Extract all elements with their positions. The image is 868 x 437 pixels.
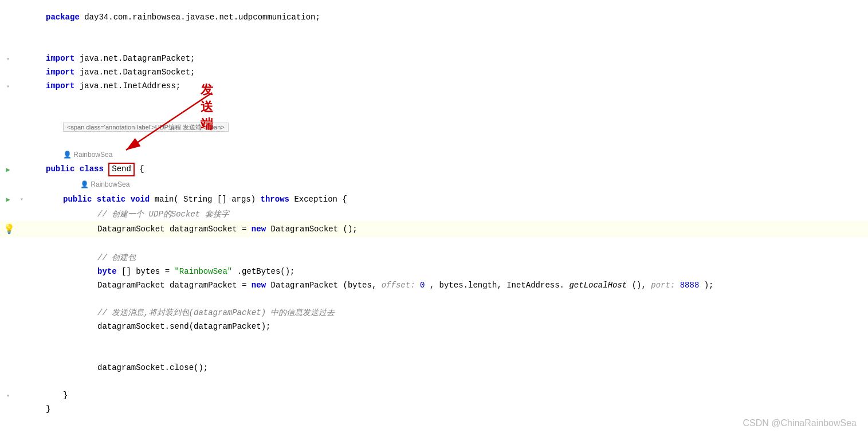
author-label1: RainbowSea [73,151,112,159]
line-empty [0,333,868,347]
line-annotation-label: <span class='annotation-label'>UDP编程 发送端… [0,120,868,134]
fold-icon-close: ▾ [6,393,10,399]
fold-icon: ▾ [6,56,10,62]
line-author1: 👤 RainbowSea [0,148,868,162]
bulb-icon[interactable]: 💡 [3,225,15,235]
line-empty [0,375,868,388]
line-main-method: ▶ ▾ public static void main( String [] a… [0,191,868,207]
line-empty [0,347,868,361]
watermark: CSDN @ChinaRainbowSea [743,418,857,428]
line-close-call: datagramSocket.close(); [0,361,868,375]
line-datagramsocket: 💡 DatagramSocket datagramSocket = new Da… [0,221,868,237]
author-icon1: 👤 [63,151,72,159]
line-empty [0,93,868,107]
line-package: package day34.com.rainbowsea.javase.net.… [0,10,868,24]
line-send-call: datagramSocket.send(datagramPacket); [0,320,868,333]
udp-annotation-label: <span class='annotation-label'>UDP编程 发送端… [63,123,229,132]
line-class-decl: ▶ public class Send { [0,162,868,178]
fold-icon: ▾ [6,84,10,90]
line-import3: ▾ import java.net.InetAddress; [0,79,868,93]
author-icon2: 👤 [80,180,89,188]
line-close-method: ▾ } [0,388,868,402]
line-author2: 👤 RainbowSea [0,178,868,191]
line-empty [0,38,868,52]
code-editor: package day34.com.rainbowsea.javase.net.… [0,0,868,437]
line-import2: import java.net.DatagramSocket; [0,65,868,79]
run-icon-main[interactable]: ▶ [6,196,10,204]
line-empty [0,237,868,251]
fold-icon-main: ▾ [20,196,23,203]
line-datagrampacket: DatagramPacket datagramPacket = new Data… [0,278,868,292]
line-empty [0,107,868,120]
line-comment-create-socket: // 创建一个 UDP的Socket 套接字 [0,207,868,221]
line-empty [0,134,868,148]
author-label2: RainbowSea [91,180,129,188]
run-icon-class[interactable]: ▶ [6,166,10,174]
send-class-box: Send [108,163,135,176]
line-empty [0,292,868,306]
line-comment-create-packet: // 创建包 [0,251,868,265]
line-close-class: } [0,402,868,416]
line-empty [0,24,868,38]
line-bytes: byte [] bytes = "RainbowSea" .getBytes()… [0,265,868,278]
method-getlocalhost: getLocalHost [569,281,627,290]
line-import1: ▾ import java.net.DatagramPacket; [0,52,868,65]
line-comment-send: // 发送消息,将封装到包(datagramPacket) 中的信息发送过去 [0,306,868,320]
